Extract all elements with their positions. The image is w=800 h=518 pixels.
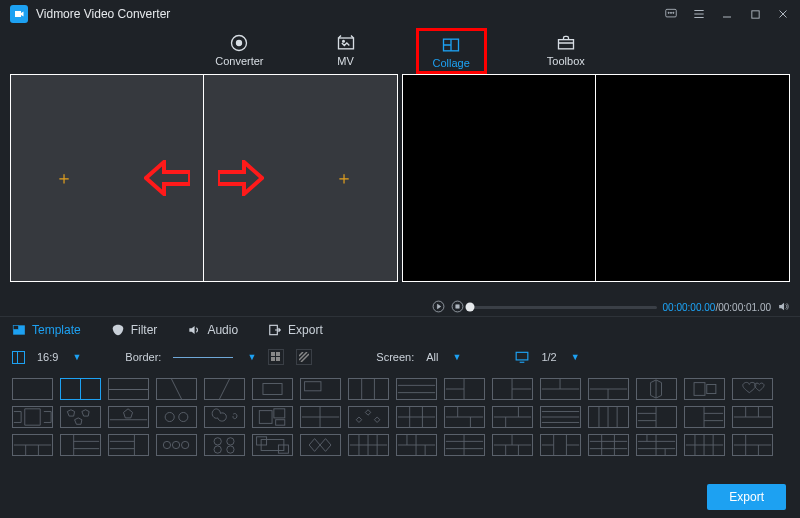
page-indicator: 1/2 [541,351,556,363]
template-thumb[interactable] [348,434,389,456]
template-thumb[interactable] [396,378,437,400]
collage-icon [441,35,461,55]
template-thumb[interactable] [348,406,389,428]
template-thumb[interactable] [108,406,149,428]
tab-filter[interactable]: Filter [111,323,158,337]
nav-mv[interactable]: MV [324,31,368,71]
template-thumb[interactable] [732,434,773,456]
template-thumb[interactable] [252,406,293,428]
template-thumb[interactable] [540,406,581,428]
template-thumb[interactable] [396,406,437,428]
template-thumb[interactable] [444,378,485,400]
chevron-down-icon[interactable]: ▼ [72,352,81,362]
maximize-icon[interactable] [748,7,762,21]
template-thumb[interactable] [252,434,293,456]
template-thumb[interactable] [684,434,725,456]
minimize-icon[interactable] [720,7,734,21]
svg-rect-40 [278,445,288,453]
template-thumb[interactable] [540,378,581,400]
template-thumb[interactable] [588,406,629,428]
template-thumb[interactable] [540,434,581,456]
work-area: ＋ ＋ [0,74,800,298]
progress-slider[interactable] [470,306,657,309]
template-thumb[interactable] [204,406,245,428]
template-thumb[interactable] [732,406,773,428]
border-color-button[interactable] [268,349,284,365]
stop-button[interactable] [451,300,464,315]
title-bar: Vidmore Video Converter [0,0,800,28]
template-thumb[interactable] [60,378,101,400]
template-thumb[interactable] [12,406,53,428]
template-thumb[interactable] [444,406,485,428]
template-thumb[interactable] [396,434,437,456]
template-thumb[interactable] [636,406,677,428]
export-button[interactable]: Export [707,484,786,510]
svg-rect-22 [263,384,282,395]
template-thumb[interactable] [60,406,101,428]
template-thumb[interactable] [204,434,245,456]
nav-converter-label: Converter [215,55,263,67]
nav-toolbox[interactable]: Toolbox [535,31,597,71]
close-icon[interactable] [776,7,790,21]
aspect-ratio-value[interactable]: 16:9 [37,351,58,363]
template-thumb[interactable] [492,378,533,400]
template-thumb[interactable] [492,406,533,428]
tab-audio[interactable]: Audio [187,323,238,337]
template-thumb[interactable] [636,378,677,400]
tab-export[interactable]: Export [268,323,323,337]
template-thumb[interactable] [732,378,773,400]
template-thumb[interactable] [108,378,149,400]
template-thumb[interactable] [156,434,197,456]
svg-rect-39 [257,437,267,445]
template-thumb[interactable] [12,434,53,456]
nav-collage[interactable]: Collage [416,28,487,74]
screen-value[interactable]: All [426,351,438,363]
nav-converter[interactable]: Converter [203,31,275,71]
svg-rect-25 [707,384,716,393]
template-thumb[interactable] [300,406,341,428]
collage-slot-2[interactable]: ＋ [203,75,397,281]
options-row: 16:9 ▼ Border: ▼ Screen: All ▼ 1/2 ▼ [0,342,800,372]
annotation-arrow-right-icon [218,160,264,196]
volume-icon[interactable] [777,300,790,315]
nav-collage-label: Collage [433,57,470,69]
template-thumb[interactable] [492,434,533,456]
template-thumb[interactable] [156,378,197,400]
svg-rect-15 [13,325,18,329]
template-thumb[interactable] [108,434,149,456]
chevron-down-icon[interactable]: ▼ [247,352,256,362]
template-thumb[interactable] [588,378,629,400]
svg-point-2 [670,12,671,13]
template-thumb[interactable] [300,378,341,400]
template-thumb[interactable] [684,378,725,400]
play-button[interactable] [432,300,445,315]
chevron-down-icon[interactable]: ▼ [453,352,462,362]
tab-template[interactable]: Template [12,323,81,337]
template-thumb[interactable] [684,406,725,428]
svg-point-33 [182,441,189,448]
template-thumb[interactable] [252,378,293,400]
svg-point-8 [342,41,344,43]
menu-icon[interactable] [692,7,706,21]
svg-point-32 [172,441,179,448]
template-thumb[interactable] [444,434,485,456]
template-thumb[interactable] [204,378,245,400]
template-thumb[interactable] [348,378,389,400]
tab-template-label: Template [32,323,81,337]
collage-slot-1[interactable]: ＋ [11,75,204,281]
nav-toolbox-label: Toolbox [547,55,585,67]
template-thumb[interactable] [60,434,101,456]
tab-export-label: Export [288,323,323,337]
template-thumb[interactable] [588,434,629,456]
template-thumb[interactable] [12,378,53,400]
template-thumb[interactable] [156,406,197,428]
preview-slot-1 [403,75,596,281]
progress-thumb[interactable] [466,303,475,312]
border-style-select[interactable] [173,357,233,358]
template-thumb[interactable] [300,434,341,456]
border-pattern-button[interactable] [296,349,312,365]
svg-rect-19 [271,357,275,361]
template-thumb[interactable] [636,434,677,456]
feedback-icon[interactable] [664,7,678,21]
chevron-down-icon[interactable]: ▼ [571,352,580,362]
